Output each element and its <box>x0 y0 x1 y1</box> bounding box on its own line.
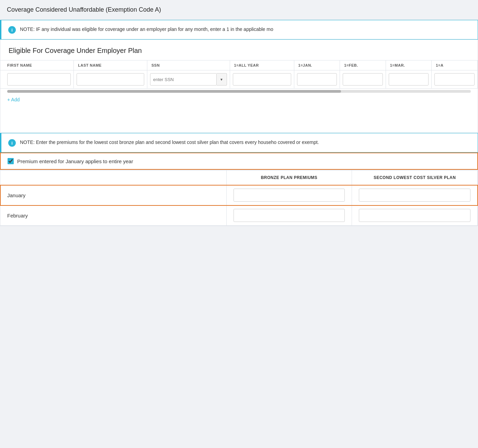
cell-ssn: ▼ <box>147 70 230 89</box>
premiums-header-row: BRONZE PLAN PREMIUMS SECOND LOWEST COST … <box>0 170 478 185</box>
page-wrapper: Coverage Considered Unaffordable (Exempt… <box>0 0 478 448</box>
cell-allyear <box>230 70 294 89</box>
col-header-apr: 1=A <box>432 60 478 70</box>
col-header-lastname: LAST NAME <box>74 60 147 70</box>
table-spacer <box>0 105 478 133</box>
premiums-silver-january <box>352 185 478 205</box>
info-icon-1: i <box>8 26 16 34</box>
input-mar[interactable] <box>389 73 429 86</box>
premiums-row-february: February <box>0 205 478 226</box>
ssn-cell: ▼ <box>150 73 227 86</box>
cell-mar <box>386 70 432 89</box>
horizontal-scrollbar[interactable] <box>7 90 471 93</box>
input-ssn[interactable] <box>150 73 216 86</box>
cell-apr <box>432 70 478 89</box>
premiums-label-january: January <box>0 185 226 205</box>
premiums-row-january: January <box>0 185 478 205</box>
input-lastname[interactable] <box>77 73 144 86</box>
cell-firstname <box>0 70 74 89</box>
input-bronze-february[interactable] <box>234 209 345 222</box>
premiums-bronze-january <box>226 185 352 205</box>
employer-table: FIRST NAME LAST NAME SSN 1=ALL YEAR <box>0 60 478 89</box>
add-row-link[interactable]: + Add <box>0 94 26 105</box>
scrollbar-thumb[interactable] <box>7 90 341 93</box>
employer-table-scroll: FIRST NAME LAST NAME SSN 1=ALL YEAR <box>0 60 478 89</box>
info-icon-2: i <box>8 139 16 147</box>
employer-plan-card: Eligible For Coverage Under Employer Pla… <box>0 40 478 133</box>
col-header-allyear: 1=ALL YEAR <box>230 60 294 70</box>
cell-feb <box>340 70 386 89</box>
col-header-firstname: FIRST NAME <box>0 60 74 70</box>
input-bronze-january[interactable] <box>234 189 345 202</box>
note-box-2: i NOTE: Enter the premiums for the lowes… <box>0 133 478 153</box>
section-header-title: Coverage Considered Unaffordable (Exempt… <box>7 6 161 13</box>
col-header-ssn: SSN <box>147 60 230 70</box>
note-text-2: NOTE: Enter the premiums for the lowest … <box>20 139 319 146</box>
scrollbar-container <box>0 89 478 94</box>
col-header-feb: 1=FEB. <box>340 60 386 70</box>
employer-table-inner: FIRST NAME LAST NAME SSN 1=ALL YEAR <box>0 60 478 89</box>
cell-jan <box>294 70 340 89</box>
premiums-col-silver: SECOND LOWEST COST SILVER PLAN <box>352 170 478 185</box>
col-header-jan: 1=JAN. <box>294 60 340 70</box>
input-silver-january[interactable] <box>359 189 470 202</box>
input-firstname[interactable] <box>7 73 71 86</box>
col-header-mar: 1=MAR. <box>386 60 432 70</box>
input-silver-february[interactable] <box>359 209 470 222</box>
employer-plan-title: Eligible For Coverage Under Employer Pla… <box>0 40 478 60</box>
cell-lastname <box>74 70 147 89</box>
note-text-1: NOTE: IF any individual was eligible for… <box>20 26 273 33</box>
section-header: Coverage Considered Unaffordable (Exempt… <box>0 0 478 20</box>
note-box-1: i NOTE: IF any individual was eligible f… <box>0 20 478 40</box>
premiums-label-february: February <box>0 205 226 226</box>
premiums-table: BRONZE PLAN PREMIUMS SECOND LOWEST COST … <box>0 170 478 226</box>
input-allyear[interactable] <box>233 73 291 86</box>
ssn-dropdown-button[interactable]: ▼ <box>217 73 227 86</box>
input-apr[interactable] <box>434 73 475 86</box>
table-row: ▼ <box>0 70 478 89</box>
premiums-silver-february <box>352 205 478 226</box>
premiums-card: BRONZE PLAN PREMIUMS SECOND LOWEST COST … <box>0 170 478 226</box>
january-applies-checkbox[interactable] <box>8 158 14 164</box>
input-feb[interactable] <box>343 73 383 86</box>
premiums-col-label <box>0 170 226 185</box>
premiums-col-bronze: BRONZE PLAN PREMIUMS <box>226 170 352 185</box>
january-applies-label[interactable]: Premium entered for January applies to e… <box>17 158 133 164</box>
input-jan[interactable] <box>297 73 337 86</box>
premiums-bronze-february <box>226 205 352 226</box>
checkbox-section: Premium entered for January applies to e… <box>0 153 478 170</box>
